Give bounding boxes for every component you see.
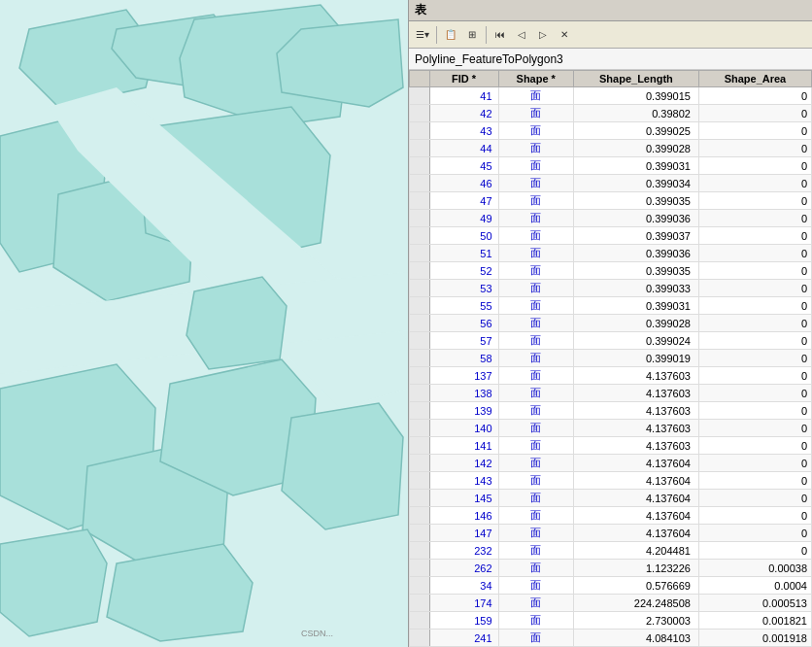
cell-length: 0.399031 <box>573 157 698 175</box>
next-button[interactable]: ▷ <box>533 25 553 45</box>
table-wrapper[interactable]: FID * Shape * Shape_Length Shape_Area 41… <box>409 70 812 647</box>
cell-fid: 146 <box>429 507 498 525</box>
table-row[interactable]: 57面0.3990240 <box>410 332 812 350</box>
select-all-button[interactable]: ⊞ <box>462 25 482 45</box>
row-num <box>410 262 430 280</box>
table-row[interactable]: 45面0.3990310 <box>410 157 812 175</box>
cell-area: 0 <box>698 122 811 140</box>
cell-length: 4.137604 <box>573 525 698 542</box>
close-button[interactable]: ✕ <box>555 25 574 45</box>
table-row[interactable]: 174面224.2485080.000513 <box>410 595 812 612</box>
table-row[interactable]: 159面2.7300030.001821 <box>410 612 812 630</box>
cell-fid: 241 <box>429 630 498 647</box>
table-row[interactable]: 147面4.1376040 <box>410 525 812 542</box>
table-row[interactable]: 241面4.0841030.001918 <box>410 630 812 647</box>
row-num <box>410 297 430 315</box>
svg-text:CSDN...: CSDN... <box>301 629 333 638</box>
table-row[interactable]: 52面0.3990350 <box>410 262 812 280</box>
prev-button[interactable]: ◁ <box>512 25 531 45</box>
cell-length: 0.399024 <box>573 332 698 350</box>
cell-area: 0 <box>698 210 811 227</box>
table-row[interactable]: 50面0.3990370 <box>410 227 812 245</box>
row-num <box>410 612 430 630</box>
table-row[interactable]: 138面4.1376030 <box>410 385 812 402</box>
cell-fid: 174 <box>429 595 498 612</box>
cell-area: 0 <box>698 192 811 210</box>
table-row[interactable]: 41面0.3990150 <box>410 87 812 105</box>
table-row[interactable]: 34面0.5766690.0004 <box>410 577 812 595</box>
cell-length: 0.399037 <box>573 227 698 245</box>
table-row[interactable]: 143面4.1376040 <box>410 472 812 490</box>
row-num <box>410 385 430 402</box>
cell-shape: 面 <box>498 560 573 577</box>
cell-area: 0 <box>698 402 811 420</box>
table-row[interactable]: 42面0.398020 <box>410 105 812 122</box>
cell-shape: 面 <box>498 402 573 420</box>
cell-area: 0.001821 <box>698 612 811 630</box>
cell-length: 4.204481 <box>573 542 698 560</box>
cell-fid: 43 <box>429 122 498 140</box>
cell-shape: 面 <box>498 105 573 122</box>
cell-length: 0.399036 <box>573 245 698 262</box>
cell-fid: 51 <box>429 245 498 262</box>
cell-fid: 57 <box>429 332 498 350</box>
table-row[interactable]: 262面1.1232260.00038 <box>410 560 812 577</box>
table-row[interactable]: 43面0.3990250 <box>410 122 812 140</box>
table-row[interactable]: 53面0.3990330 <box>410 280 812 297</box>
cell-fid: 58 <box>429 350 498 367</box>
table-row[interactable]: 51面0.3990360 <box>410 245 812 262</box>
header-area[interactable]: Shape_Area <box>698 71 811 87</box>
table-row[interactable]: 58面0.3990190 <box>410 350 812 367</box>
table-row[interactable]: 137面4.1376030 <box>410 367 812 385</box>
header-length[interactable]: Shape_Length <box>573 71 698 87</box>
cell-length: 0.399028 <box>573 140 698 157</box>
cell-fid: 137 <box>429 367 498 385</box>
cell-shape: 面 <box>498 472 573 490</box>
table-row[interactable]: 55面0.3990310 <box>410 297 812 315</box>
table-row[interactable]: 232面4.2044810 <box>410 542 812 560</box>
cell-length: 0.399036 <box>573 210 698 227</box>
cell-shape: 面 <box>498 455 573 472</box>
cell-length: 4.137603 <box>573 385 698 402</box>
menu-button[interactable]: ☰▾ <box>413 25 432 45</box>
row-num <box>410 437 430 455</box>
cell-shape: 面 <box>498 280 573 297</box>
options-button[interactable]: 📋 <box>441 25 460 45</box>
table-row[interactable]: 47面0.3990350 <box>410 192 812 210</box>
row-num <box>410 455 430 472</box>
table-row[interactable]: 141面4.1376030 <box>410 437 812 455</box>
cell-length: 4.084103 <box>573 630 698 647</box>
table-title-bar: 表 <box>409 0 812 21</box>
row-num <box>410 87 430 105</box>
cell-length: 4.137604 <box>573 507 698 525</box>
cell-area: 0.0004 <box>698 577 811 595</box>
table-row[interactable]: 142面4.1376040 <box>410 455 812 472</box>
cell-fid: 138 <box>429 385 498 402</box>
cell-shape: 面 <box>498 350 573 367</box>
cell-length: 4.137603 <box>573 402 698 420</box>
cell-area: 0 <box>698 87 811 105</box>
table-row[interactable]: 139面4.1376030 <box>410 402 812 420</box>
first-button[interactable]: ⏮ <box>491 25 510 45</box>
header-shape[interactable]: Shape * <box>498 71 573 87</box>
table-row[interactable]: 146面4.1376040 <box>410 507 812 525</box>
table-row[interactable]: 46面0.3990340 <box>410 175 812 192</box>
cell-shape: 面 <box>498 542 573 560</box>
cell-area: 0 <box>698 175 811 192</box>
cell-area: 0 <box>698 262 811 280</box>
table-row[interactable]: 145面4.1376040 <box>410 490 812 507</box>
row-num <box>410 595 430 612</box>
cell-length: 2.730003 <box>573 612 698 630</box>
table-title: 表 <box>415 2 426 18</box>
row-num <box>410 122 430 140</box>
table-row[interactable]: 49面0.3990360 <box>410 210 812 227</box>
map-svg: CSDN... <box>0 0 408 647</box>
options-icon: 📋 <box>445 29 457 40</box>
cell-length: 0.39802 <box>573 105 698 122</box>
cell-shape: 面 <box>498 157 573 175</box>
table-row[interactable]: 140面4.1376030 <box>410 420 812 437</box>
cell-area: 0 <box>698 227 811 245</box>
table-row[interactable]: 44面0.3990280 <box>410 140 812 157</box>
header-fid[interactable]: FID * <box>429 71 498 87</box>
table-row[interactable]: 56面0.3990280 <box>410 315 812 332</box>
